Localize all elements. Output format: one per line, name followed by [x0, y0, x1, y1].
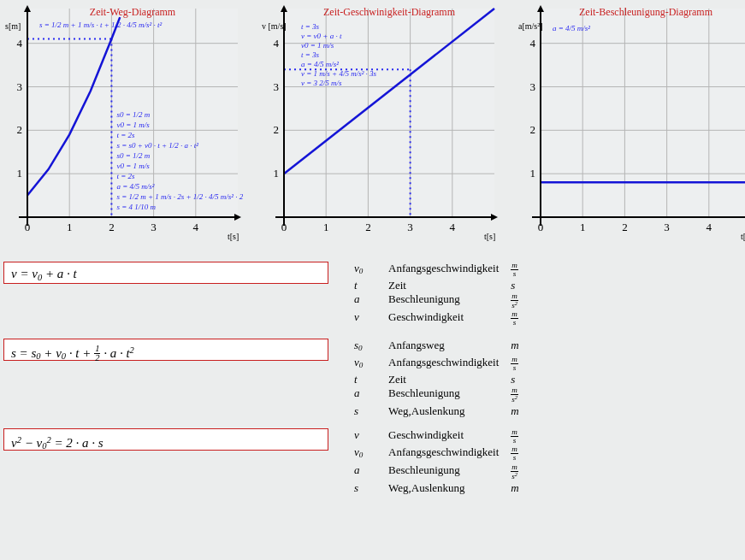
- svg-text:Zeit-Beschleunigung-Diagramm: Zeit-Beschleunigung-Diagramm: [579, 6, 713, 18]
- formula-block-1: s = s0 + v0 · t + 12 · a · t2s0Anfangswe…: [3, 339, 742, 419]
- svg-rect-64: [541, 9, 745, 217]
- var-desc: Geschwindigkeit: [388, 428, 511, 445]
- svg-text:t = 2s: t = 2s: [116, 131, 135, 139]
- var-desc: Anfangsgeschwindigkeit: [388, 262, 511, 279]
- svg-text:a = 4/5 m/s²: a = 4/5 m/s²: [301, 60, 339, 68]
- var-row: s0Anfangswegm: [354, 339, 545, 356]
- formulas-section: v = v0 + a · tv0Anfangsgeschwindigkeitms…: [0, 243, 745, 495]
- svg-text:2: 2: [530, 123, 536, 136]
- svg-text:1: 1: [17, 167, 23, 180]
- svg-text:t[s]: t[s]: [484, 232, 495, 241]
- var-desc: Geschwindigkeit: [388, 310, 511, 327]
- var-desc: Beschleunigung: [388, 386, 511, 404]
- var-unit: ms2: [511, 386, 545, 404]
- formula-block-2: v2 − v02 = 2 · a · svGeschwindigkeitmsv0…: [3, 428, 742, 495]
- var-symbol: v0: [354, 445, 388, 463]
- svg-text:4: 4: [193, 221, 199, 233]
- svg-text:3: 3: [530, 80, 536, 93]
- var-desc: Anfangsgeschwindigkeit: [388, 445, 511, 463]
- chart-zeit-geschwindigkeit: 012341234t[s]v [m/s]Zeit-Geschwinigkeit-…: [260, 3, 500, 243]
- svg-text:4: 4: [707, 221, 712, 233]
- var-symbol: s: [354, 481, 388, 495]
- chart-svg-2: 012341234t[s]v [m/s]Zeit-Geschwinigkeit-…: [260, 3, 500, 243]
- var-symbol: a: [354, 292, 388, 310]
- svg-text:3: 3: [17, 80, 23, 93]
- svg-text:3: 3: [151, 221, 157, 233]
- svg-text:2: 2: [622, 221, 628, 233]
- formula-block-0: v = v0 + a · tv0Anfangsgeschwindigkeitms…: [3, 262, 742, 328]
- chart-svg-1: 012341234t[s]s[m]Zeit-Weg-Diagramms = 1/…: [3, 3, 243, 243]
- svg-text:a = 4/5 m/s²: a = 4/5 m/s²: [116, 182, 154, 191]
- svg-text:2: 2: [274, 123, 280, 136]
- svg-text:v = 3 2/5 m/s: v = 3 2/5 m/s: [301, 79, 342, 87]
- svg-text:s = 1/2 m + 1 m/s · t + 1/2 · : s = 1/2 m + 1 m/s · t + 1/2 · 4/5 m/s² ·…: [39, 21, 162, 29]
- var-row: vGeschwindigkeitms: [354, 310, 545, 327]
- formula-equation: v = v0 + a · t: [3, 262, 328, 284]
- svg-text:2: 2: [365, 221, 371, 233]
- var-row: v0Anfangsgeschwindigkeitms: [354, 356, 545, 373]
- svg-text:v0 = 1 m/s: v0 = 1 m/s: [116, 121, 150, 129]
- formula-defs: v0AnfangsgeschwindigkeitmstZeitsaBeschle…: [354, 262, 545, 328]
- svg-text:Zeit-Weg-Diagramm: Zeit-Weg-Diagramm: [90, 6, 176, 18]
- var-unit: ms: [511, 428, 545, 445]
- var-unit: s: [511, 279, 545, 292]
- svg-text:t[s]: t[s]: [228, 232, 239, 241]
- var-row: aBeschleunigungms2: [354, 386, 545, 404]
- var-unit: ms: [511, 356, 545, 373]
- chart-zeit-weg: 012341234t[s]s[m]Zeit-Weg-Diagramms = 1/…: [3, 3, 243, 243]
- var-desc: Beschleunigung: [388, 292, 511, 310]
- svg-text:0: 0: [538, 221, 544, 233]
- var-symbol: v0: [354, 356, 388, 373]
- svg-text:s0 = 1/2 m: s0 = 1/2 m: [116, 151, 150, 160]
- svg-text:v = 1 m/s + 4/5 m/s² · 3s: v = 1 m/s + 4/5 m/s² · 3s: [301, 69, 377, 78]
- formula-defs: s0Anfangswegmv0Anfangsgeschwindigkeitmst…: [354, 339, 545, 419]
- var-unit: ms: [511, 445, 545, 463]
- var-symbol: v0: [354, 262, 388, 279]
- svg-text:v0 = 1 m/s: v0 = 1 m/s: [301, 41, 334, 50]
- var-symbol: t: [354, 373, 388, 386]
- var-row: tZeits: [354, 373, 545, 386]
- svg-text:4: 4: [530, 37, 536, 50]
- chart-zeit-beschleunigung: 012341234t[s]a[m/s²]Zeit-Beschleunigung-…: [517, 3, 745, 243]
- var-unit: s: [511, 373, 545, 386]
- svg-text:0: 0: [281, 221, 287, 233]
- var-row: vGeschwindigkeitms: [354, 428, 545, 445]
- var-symbol: a: [354, 386, 388, 404]
- var-desc: Anfangsgeschwindigkeit: [388, 356, 511, 373]
- svg-text:3: 3: [274, 80, 280, 93]
- svg-text:3: 3: [407, 221, 413, 233]
- var-symbol: v: [354, 428, 388, 445]
- svg-text:v [m/s]: v [m/s]: [262, 21, 287, 31]
- formula-defs: vGeschwindigkeitmsv0Anfangsgeschwindigke…: [354, 428, 545, 495]
- svg-text:3: 3: [664, 221, 670, 233]
- svg-text:1: 1: [67, 221, 73, 233]
- var-desc: Anfangsweg: [388, 339, 511, 356]
- var-unit: m: [511, 481, 545, 495]
- var-desc: Beschleunigung: [388, 463, 511, 481]
- svg-text:s = 4 1/10 m: s = 4 1/10 m: [116, 203, 156, 211]
- var-unit: m: [511, 339, 545, 356]
- svg-text:t = 3s: t = 3s: [301, 22, 320, 31]
- svg-text:1: 1: [580, 221, 586, 233]
- var-desc: Zeit: [388, 373, 511, 386]
- svg-text:Zeit-Geschwinigkeit-Diagramm: Zeit-Geschwinigkeit-Diagramm: [323, 6, 456, 18]
- var-symbol: s0: [354, 339, 388, 356]
- formula-equation: s = s0 + v0 · t + 12 · a · t2: [3, 339, 328, 361]
- svg-text:t = 3s: t = 3s: [301, 50, 320, 59]
- svg-text:s = s0 + v0 · t + 1/2 · a · t²: s = s0 + v0 · t + 1/2 · a · t²: [116, 141, 198, 150]
- var-row: aBeschleunigungms2: [354, 463, 545, 481]
- var-row: v0Anfangsgeschwindigkeitms: [354, 262, 545, 279]
- var-symbol: t: [354, 279, 388, 292]
- svg-text:v0 = 1 m/s: v0 = 1 m/s: [116, 162, 150, 170]
- svg-text:4: 4: [17, 37, 23, 50]
- var-symbol: a: [354, 463, 388, 481]
- svg-text:s0 = 1/2 m: s0 = 1/2 m: [116, 110, 150, 119]
- var-symbol: s: [354, 404, 388, 418]
- svg-text:a = 4/5 m/s²: a = 4/5 m/s²: [553, 24, 590, 32]
- svg-text:0: 0: [25, 221, 31, 233]
- var-desc: Weg,Auslenkung: [388, 481, 511, 495]
- var-unit: ms: [511, 262, 545, 279]
- svg-text:s[m]: s[m]: [5, 21, 21, 31]
- var-desc: Weg,Auslenkung: [388, 404, 511, 418]
- svg-text:1: 1: [530, 167, 536, 180]
